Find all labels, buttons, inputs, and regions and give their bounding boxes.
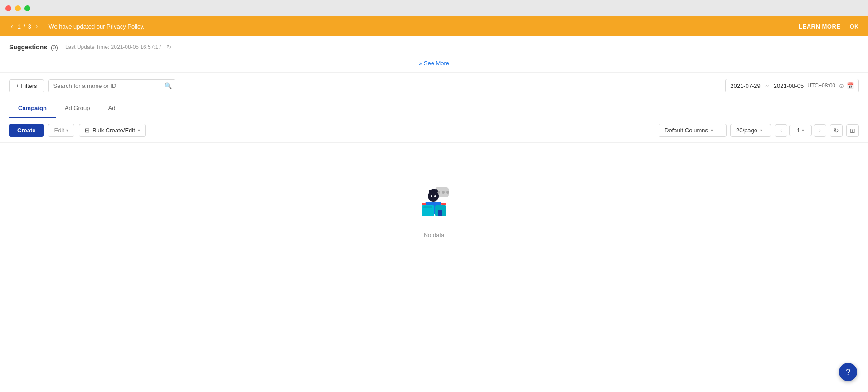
privacy-banner: ‹ 1 / 3 › We have updated our Privacy Po… [0, 16, 868, 36]
export-button[interactable]: ⊞ [846, 124, 859, 137]
columns-chevron-icon: ▾ [711, 128, 713, 133]
banner-prev-button[interactable]: ‹ [9, 22, 15, 31]
next-page-button[interactable]: › [814, 124, 826, 137]
table-toolbar: Create Edit ▾ ⊞ Bulk Create/Edit ▾ Defau… [0, 118, 868, 142]
edit-chevron-icon: ▾ [66, 128, 68, 133]
tab-campaign[interactable]: Campaign [9, 99, 56, 118]
filters-button[interactable]: + Filters [9, 79, 44, 92]
suggestions-bar: Suggestions (0) Last Update Time: 2021-0… [0, 36, 868, 73]
suggestions-count: (0) [51, 44, 58, 51]
edit-button[interactable]: Edit ▾ [48, 124, 74, 137]
svg-point-7 [434, 189, 438, 193]
tab-adgroup[interactable]: Ad Group [56, 99, 99, 118]
date-end: 2021-08-05 [774, 82, 804, 89]
bulk-chevron-icon: ▾ [138, 128, 140, 133]
suggestions-header: Suggestions (0) Last Update Time: 2021-0… [9, 44, 859, 51]
main-content: Suggestions (0) Last Update Time: 2021-0… [0, 36, 868, 392]
empty-text: No data [424, 232, 445, 238]
table-toolbar-right: Default Columns ▾ 20/page ▾ ‹ 1 ▾ › ↻ ⊞ [659, 124, 859, 137]
clock-icon: ⊙ [839, 82, 844, 89]
svg-point-3 [446, 191, 449, 194]
banner-separator: / [24, 23, 25, 30]
see-more-button[interactable]: » See More [419, 60, 449, 67]
traffic-light-red[interactable] [5, 5, 11, 11]
tabs: Campaign Ad Group Ad [0, 99, 868, 118]
columns-label: Default Columns [664, 127, 708, 134]
date-separator: ～ [764, 82, 770, 90]
banner-actions: LEARN MORE OK [799, 23, 859, 30]
page-size-select[interactable]: 20/page ▾ [730, 124, 771, 137]
svg-point-2 [442, 191, 445, 194]
page-size-chevron-icon: ▾ [760, 128, 762, 133]
empty-state: No data [0, 143, 868, 275]
search-icon: 🔍 [165, 82, 172, 89]
banner-next-button[interactable]: › [34, 22, 40, 31]
create-button[interactable]: Create [9, 124, 44, 137]
svg-rect-16 [423, 206, 432, 208]
tab-ad[interactable]: Ad [99, 99, 125, 118]
see-more-row: » See More [9, 56, 859, 72]
columns-select[interactable]: Default Columns ▾ [659, 124, 727, 137]
last-update-text: Last Update Time: 2021-08-05 16:57:17 [65, 44, 161, 50]
empty-illustration [412, 179, 457, 224]
calendar-icon[interactable]: 📅 [847, 82, 854, 89]
search-input[interactable] [48, 79, 175, 92]
svg-rect-11 [422, 203, 426, 205]
banner-current-page: 1 [18, 23, 21, 30]
title-bar [0, 0, 868, 16]
calendar-icons: ⊙ 📅 [839, 82, 854, 89]
edit-label: Edit [54, 127, 64, 134]
page-size-label: 20/page [736, 127, 757, 134]
page-number[interactable]: 1 ▾ [789, 125, 812, 136]
prev-page-button[interactable]: ‹ [775, 124, 787, 137]
ok-button[interactable]: OK [850, 23, 859, 30]
suggestions-title: Suggestions [9, 44, 47, 51]
banner-total-pages: 3 [28, 23, 31, 30]
svg-point-8 [431, 195, 432, 197]
svg-rect-15 [438, 210, 442, 216]
date-start: 2021-07-29 [730, 82, 761, 89]
svg-point-6 [429, 190, 432, 194]
traffic-light-green[interactable] [24, 5, 30, 11]
svg-point-9 [434, 195, 436, 197]
search-box: 🔍 [48, 79, 175, 92]
refresh-icon[interactable]: ↻ [167, 44, 171, 50]
bulk-create-edit-button[interactable]: ⊞ Bulk Create/Edit ▾ [79, 124, 146, 137]
bulk-label: Bulk Create/Edit [92, 127, 135, 134]
date-range-picker[interactable]: 2021-07-29 ～ 2021-08-05 UTC+08:00 ⊙ 📅 [725, 79, 859, 92]
traffic-light-yellow[interactable] [15, 5, 21, 11]
help-button[interactable]: ? [839, 363, 857, 381]
banner-nav: ‹ 1 / 3 › [9, 22, 39, 31]
refresh-table-button[interactable]: ↻ [830, 124, 843, 137]
bulk-icon: ⊞ [85, 127, 90, 134]
toolbar: + Filters 🔍 2021-07-29 ～ 2021-08-05 UTC+… [0, 73, 868, 99]
page-chevron-icon: ▾ [802, 128, 804, 133]
learn-more-button[interactable]: LEARN MORE [799, 23, 840, 30]
banner-text: We have updated our Privacy Policy. [48, 23, 799, 30]
svg-rect-12 [441, 203, 446, 205]
pagination: ‹ 1 ▾ › [775, 124, 826, 137]
timezone-label: UTC+08:00 [807, 82, 835, 89]
